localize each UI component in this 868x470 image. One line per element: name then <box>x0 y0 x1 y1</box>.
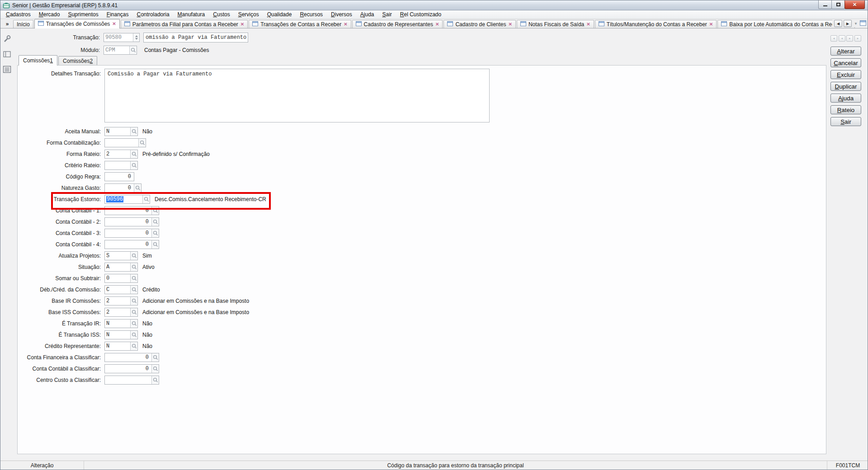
menu-item-controladoria[interactable]: Controladoria <box>133 10 174 19</box>
search-icon[interactable] <box>130 127 137 136</box>
close-button[interactable]: ✕ <box>844 0 865 9</box>
sair-button[interactable]: Sair <box>830 117 861 126</box>
spinner-icon[interactable] <box>133 33 139 42</box>
search-icon[interactable] <box>151 229 159 237</box>
search-icon[interactable] <box>130 161 137 169</box>
tab-mini-window-icon[interactable] <box>860 20 866 27</box>
field-atualiza-projetos[interactable]: S <box>104 251 138 260</box>
record-nav-icon-1[interactable]: ◂ <box>839 35 845 42</box>
tab-close-icon[interactable]: ✕ <box>709 22 713 27</box>
cancelar-button[interactable]: Cancelar <box>830 58 861 67</box>
search-icon[interactable] <box>151 240 159 249</box>
field-conta-financeira-a-classificar[interactable]: 0 <box>104 353 159 362</box>
search-icon[interactable] <box>151 365 159 373</box>
wrench-icon[interactable] <box>2 34 12 44</box>
field-conta-contabil-3[interactable]: 0 <box>104 229 159 238</box>
menu-item-financas[interactable]: Finanças <box>103 10 133 19</box>
tab-close-icon[interactable]: ✕ <box>344 22 347 27</box>
modulo-field[interactable]: CPM <box>104 46 137 55</box>
search-icon[interactable] <box>130 297 137 305</box>
form-fields-icon[interactable] <box>2 65 12 75</box>
field-base-iss-comissoes[interactable]: 2 <box>104 308 138 317</box>
tab-cadastro-de-clientes[interactable]: Cadastro de Clientes✕ <box>443 20 515 28</box>
field-situacao[interactable]: A <box>104 263 138 272</box>
field-conta-contabil-4[interactable]: 0 <box>104 240 159 249</box>
field-conta-contabil-2[interactable]: 0 <box>104 217 159 226</box>
search-icon[interactable] <box>138 139 146 147</box>
field-somar-ou-subtrair[interactable]: 0 <box>104 274 138 283</box>
tab-close-icon[interactable]: ✕ <box>241 22 244 27</box>
tab-transacoes-de-comissoes[interactable]: Transações de Comissões✕ <box>34 19 120 28</box>
field-forma-rateio[interactable]: 2 <box>104 150 138 159</box>
field-aceita-manual[interactable]: N <box>104 127 138 136</box>
tab-inicio[interactable]: Início <box>13 20 33 28</box>
search-icon[interactable] <box>151 376 159 384</box>
tab-close-icon[interactable]: ✕ <box>435 22 439 27</box>
menu-item-mercado[interactable]: Mercado <box>35 10 64 19</box>
tab-transacoes-de-contas-a-receber[interactable]: Transações de Contas a Receber✕ <box>249 20 351 28</box>
subtab-comissoes-1[interactable]: Comissões 1 <box>19 55 57 66</box>
search-icon[interactable] <box>151 218 159 226</box>
search-icon[interactable] <box>130 331 137 339</box>
search-icon[interactable] <box>151 207 159 215</box>
field-base-ir-comissoes[interactable]: 2 <box>104 296 138 306</box>
transacao-description-field[interactable]: omissão a Pagar via Faturamento <box>143 33 248 42</box>
menu-item-qualidade[interactable]: Qualidade <box>263 10 296 19</box>
search-icon[interactable] <box>142 195 150 203</box>
tab-cadastro-de-representantes[interactable]: Cadastro de Representantes✕ <box>352 20 443 28</box>
field-credito-representante[interactable]: N <box>104 342 138 351</box>
field-natureza-gasto[interactable]: 0 <box>104 183 142 193</box>
tab-overflow-chevron-icon[interactable]: » <box>1 20 13 28</box>
search-icon[interactable] <box>130 320 137 328</box>
field-conta-contabil-a-classificar[interactable]: 0 <box>104 364 159 373</box>
field-deb-cred-da-comissao[interactable]: C <box>104 285 138 294</box>
menu-item-cadastros[interactable]: Cadastros <box>2 10 35 19</box>
alterar-button[interactable]: Alterar <box>830 47 861 56</box>
ajuda-button[interactable]: Ajuda <box>830 94 861 103</box>
search-icon[interactable] <box>151 353 159 362</box>
search-icon[interactable] <box>130 308 137 316</box>
transacao-field[interactable]: 90580 <box>104 33 140 42</box>
field-centro-custo-a-classificar[interactable] <box>104 376 159 385</box>
menu-item-manufatura[interactable]: Manufatura <box>174 10 209 19</box>
duplicar-button[interactable]: Duplicar <box>830 82 861 91</box>
search-icon[interactable] <box>134 184 141 192</box>
panel-icon[interactable] <box>2 49 12 59</box>
search-icon[interactable] <box>130 252 137 260</box>
field-e-transacao-iss[interactable]: N <box>104 330 138 339</box>
search-icon[interactable] <box>129 46 137 54</box>
record-nav-icon-2[interactable]: ▸ <box>846 35 853 42</box>
menu-item-sair[interactable]: Sair <box>378 10 396 19</box>
tab-scroll-right-button[interactable]: ▶ <box>844 20 852 27</box>
menu-item-recursos[interactable]: Recursos <box>296 10 327 19</box>
search-icon[interactable] <box>130 263 137 271</box>
maximize-button[interactable] <box>831 0 845 9</box>
tab-notas-fiscais-de-saida[interactable]: Notas Fiscais de Saída✕ <box>517 20 594 28</box>
menu-item-diversos[interactable]: Diversos <box>327 10 356 19</box>
tab-scroll-left-button[interactable]: ◀ <box>834 20 842 27</box>
field-codigo-regra[interactable]: 0 <box>104 172 134 181</box>
detalhes-textarea[interactable]: Comissão a Pagar via Faturamento <box>104 69 490 122</box>
search-icon[interactable] <box>130 342 137 350</box>
menu-item-servicos[interactable]: Serviços <box>234 10 263 19</box>
field-e-transacao-ir[interactable]: N <box>104 319 138 328</box>
menu-item-suprimentos[interactable]: Suprimentos <box>64 10 102 19</box>
tab-parametros-da-filial-para-contas-a-receber[interactable]: Parâmetros da Filial para Contas a Receb… <box>121 20 248 28</box>
excluir-button[interactable]: Excluir <box>830 70 861 79</box>
record-nav-icon-0[interactable]: ◂ <box>830 35 837 42</box>
field-transacao-estorno[interactable]: 90596 <box>104 195 150 204</box>
field-criterio-rateio[interactable] <box>104 161 138 170</box>
minimize-button[interactable] <box>818 0 832 9</box>
tab-close-icon[interactable]: ✕ <box>112 22 116 26</box>
tab-titulos-manutencao-do-contas-a-receber[interactable]: Títulos/Manutenção do Contas a Receber✕ <box>595 20 717 28</box>
menu-item-rel-customizado[interactable]: Rel Customizado <box>396 10 445 19</box>
rateio-button[interactable]: Rateio <box>830 105 861 114</box>
field-forma-contabilizacao[interactable] <box>104 138 146 147</box>
search-icon[interactable] <box>130 150 137 158</box>
record-nav-icon-3[interactable]: ▸ <box>854 35 861 42</box>
field-conta-contabil-1[interactable]: 0 <box>104 206 159 215</box>
subtab-comissoes-2[interactable]: Comissões 2 <box>58 56 97 65</box>
menu-item-custos[interactable]: Custos <box>209 10 234 19</box>
search-icon[interactable] <box>130 286 137 294</box>
tab-close-icon[interactable]: ✕ <box>509 22 512 27</box>
